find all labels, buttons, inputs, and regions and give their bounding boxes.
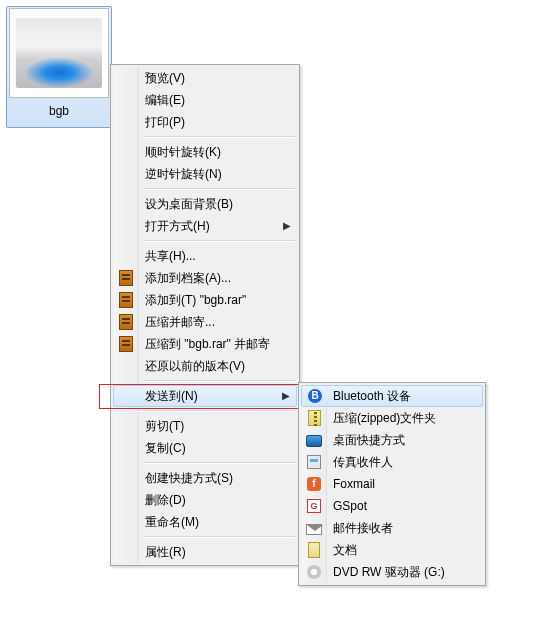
submenu-arrow-icon: ▶ <box>282 386 290 406</box>
menu-item-label: 设为桌面背景(B) <box>145 197 233 211</box>
menu-item-cut[interactable]: 剪切(T) <box>113 415 297 437</box>
menu-item-label: Foxmail <box>333 477 375 491</box>
menu-item-label: 创建快捷方式(S) <box>145 471 233 485</box>
menu-separator <box>143 462 295 464</box>
sendto-item-documents[interactable]: 文档 <box>301 539 483 561</box>
rar-icon <box>117 291 135 309</box>
menu-item-label: 邮件接收者 <box>333 521 393 535</box>
menu-item-delete[interactable]: 删除(D) <box>113 489 297 511</box>
menu-item-prev-versions[interactable]: 还原以前的版本(V) <box>113 355 297 377</box>
file-thumbnail-frame <box>9 8 109 98</box>
menu-item-set-wallpaper[interactable]: 设为桌面背景(B) <box>113 193 297 215</box>
menu-item-open-with[interactable]: 打开方式(H)▶ <box>113 215 297 237</box>
menu-item-label: Bluetooth 设备 <box>333 389 411 403</box>
menu-item-share[interactable]: 共享(H)... <box>113 245 297 267</box>
menu-separator <box>143 188 295 190</box>
menu-item-rotate-cw[interactable]: 顺时针旋转(K) <box>113 141 297 163</box>
context-menu: 预览(V)编辑(E)打印(P)顺时针旋转(K)逆时针旋转(N)设为桌面背景(B)… <box>110 64 300 566</box>
menu-item-label: 编辑(E) <box>145 93 185 107</box>
gspot-icon: G <box>305 497 323 515</box>
sendto-item-zip[interactable]: 压缩(zipped)文件夹 <box>301 407 483 429</box>
menu-item-label: 发送到(N) <box>145 389 198 403</box>
menu-item-label: 逆时针旋转(N) <box>145 167 222 181</box>
menu-item-preview[interactable]: 预览(V) <box>113 67 297 89</box>
menu-item-label: 文档 <box>333 543 357 557</box>
menu-item-label: 压缩到 "bgb.rar" 并邮寄 <box>145 337 270 351</box>
menu-item-label: 压缩(zipped)文件夹 <box>333 411 436 425</box>
menu-item-label: 压缩并邮寄... <box>145 315 215 329</box>
sendto-item-dvdrw[interactable]: DVD RW 驱动器 (G:) <box>301 561 483 583</box>
file-thumbnail <box>16 18 102 88</box>
menu-item-label: 重命名(M) <box>145 515 199 529</box>
dvd-icon <box>305 563 323 581</box>
sendto-item-fax[interactable]: 传真收件人 <box>301 451 483 473</box>
menu-item-label: DVD RW 驱动器 (G:) <box>333 565 445 579</box>
menu-separator <box>143 136 295 138</box>
menu-item-label: 添加到(T) "bgb.rar" <box>145 293 246 307</box>
desk-icon <box>305 431 323 449</box>
menu-item-label: 顺时针旋转(K) <box>145 145 221 159</box>
file-label: bgb <box>8 104 110 118</box>
submenu-arrow-icon: ▶ <box>283 215 291 237</box>
menu-separator <box>143 410 295 412</box>
menu-item-label: 桌面快捷方式 <box>333 433 405 447</box>
menu-item-print[interactable]: 打印(P) <box>113 111 297 133</box>
sendto-item-bluetooth[interactable]: BBluetooth 设备 <box>301 385 483 407</box>
sendto-item-gspot[interactable]: GGSpot <box>301 495 483 517</box>
file-item[interactable]: bgb <box>8 8 110 118</box>
rar-icon <box>117 335 135 353</box>
rar-icon <box>117 313 135 331</box>
menu-item-label: 剪切(T) <box>145 419 184 433</box>
menu-item-rename[interactable]: 重命名(M) <box>113 511 297 533</box>
mail-icon <box>305 519 323 537</box>
bt-icon: B <box>306 387 324 405</box>
menu-item-label: 属性(R) <box>145 545 186 559</box>
sendto-item-desktop[interactable]: 桌面快捷方式 <box>301 429 483 451</box>
menu-separator <box>143 380 295 382</box>
menu-item-properties[interactable]: 属性(R) <box>113 541 297 563</box>
menu-item-label: 复制(C) <box>145 441 186 455</box>
menu-item-rar-email-named[interactable]: 压缩到 "bgb.rar" 并邮寄 <box>113 333 297 355</box>
menu-item-label: 共享(H)... <box>145 249 196 263</box>
menu-separator <box>143 536 295 538</box>
menu-item-label: 打印(P) <box>145 115 185 129</box>
menu-separator <box>143 240 295 242</box>
menu-item-label: 打开方式(H) <box>145 219 210 233</box>
menu-item-copy[interactable]: 复制(C) <box>113 437 297 459</box>
sendto-submenu: BBluetooth 设备压缩(zipped)文件夹桌面快捷方式传真收件人fFo… <box>298 382 486 586</box>
menu-item-rar-email[interactable]: 压缩并邮寄... <box>113 311 297 333</box>
rar-icon <box>117 269 135 287</box>
sendto-item-foxmail[interactable]: fFoxmail <box>301 473 483 495</box>
fox-icon: f <box>305 475 323 493</box>
menu-item-rotate-ccw[interactable]: 逆时针旋转(N) <box>113 163 297 185</box>
menu-item-rar-add[interactable]: 添加到档案(A)... <box>113 267 297 289</box>
menu-item-rar-add-named[interactable]: 添加到(T) "bgb.rar" <box>113 289 297 311</box>
menu-item-label: 删除(D) <box>145 493 186 507</box>
fax-icon <box>305 453 323 471</box>
sendto-item-mail[interactable]: 邮件接收者 <box>301 517 483 539</box>
doc-icon <box>305 541 323 559</box>
menu-item-shortcut[interactable]: 创建快捷方式(S) <box>113 467 297 489</box>
menu-item-send-to[interactable]: 发送到(N)▶ <box>113 385 297 407</box>
menu-item-edit[interactable]: 编辑(E) <box>113 89 297 111</box>
menu-item-label: 预览(V) <box>145 71 185 85</box>
menu-item-label: 添加到档案(A)... <box>145 271 231 285</box>
menu-item-label: 传真收件人 <box>333 455 393 469</box>
menu-item-label: GSpot <box>333 499 367 513</box>
zip-icon <box>305 409 323 427</box>
menu-item-label: 还原以前的版本(V) <box>145 359 245 373</box>
